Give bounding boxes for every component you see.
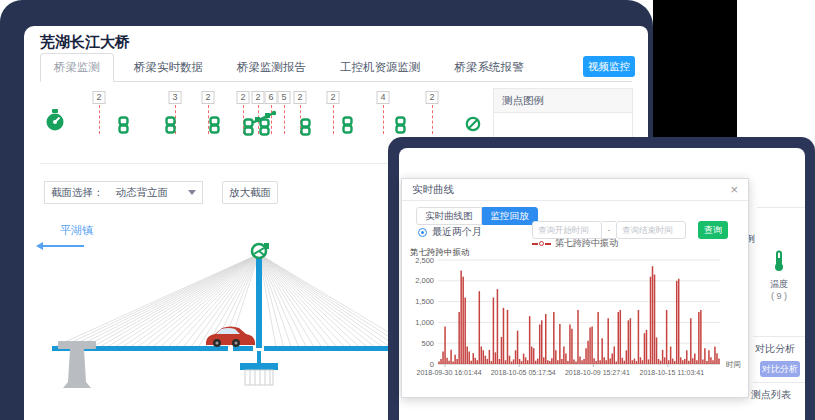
sidebar-divider: [757, 207, 805, 208]
zoom-section-button[interactable]: 放大截面: [222, 181, 278, 204]
svg-text:1,000: 1,000: [415, 318, 434, 327]
anemometer-top-icon[interactable]: [252, 243, 269, 258]
page: 芜湖长江大桥 桥梁监测桥梁实时数据桥梁监测报告工控机资源监测桥梁系统报警 视频监…: [0, 0, 815, 420]
sensor-count-badge: 2: [237, 91, 250, 104]
bridge-foundation: [245, 370, 273, 385]
svg-text:2,000: 2,000: [415, 276, 434, 285]
sidebar-divider: [753, 336, 805, 337]
section-select[interactable]: 动态背立面: [110, 186, 202, 200]
sensor-count-badge: 2: [426, 91, 439, 104]
sensor-dotted-line: [99, 105, 100, 134]
compare-button[interactable]: 对比分析: [760, 361, 800, 377]
svg-text:2018-10-05 05:17:54: 2018-10-05 05:17:54: [491, 369, 556, 376]
temperature-item[interactable]: 温度 ( 9 ): [753, 250, 805, 301]
legend-panel-title: 测点图例: [502, 94, 544, 108]
svg-text:2,500: 2,500: [415, 256, 434, 265]
radio-icon: [418, 228, 427, 237]
bridge-pier: [58, 341, 96, 388]
sidebar-divider: [753, 382, 805, 383]
link-icon[interactable]: [342, 116, 353, 138]
svg-text:1,500: 1,500: [415, 297, 434, 306]
close-icon[interactable]: ×: [730, 183, 738, 196]
caret-down-icon: [188, 190, 196, 195]
svg-text:2018-10-09 15:27:41: 2018-10-09 15:27:41: [565, 369, 630, 376]
link-icon[interactable]: [165, 116, 176, 138]
sensor-count-badge: 6: [265, 91, 278, 104]
ban-icon[interactable]: [465, 116, 481, 136]
dialog-tabs: 实时曲线图 监控回放: [416, 207, 538, 225]
link-icon[interactable]: [259, 118, 270, 140]
link-icon[interactable]: [395, 116, 406, 138]
svg-text:时间: 时间: [726, 360, 741, 369]
sensor-count-badge: 2: [252, 91, 265, 104]
dialog-title: 实时曲线: [412, 183, 454, 197]
sensor-count-badge: 2: [202, 91, 215, 104]
svg-text:0: 0: [430, 360, 434, 369]
legend-panel-header: 测点图例: [494, 89, 632, 113]
svg-text:2018-10-15 11:03:41: 2018-10-15 11:03:41: [640, 369, 705, 376]
car: [206, 327, 255, 348]
sensor-dotted-line: [383, 105, 384, 134]
realtime-curve-dialog: 实时曲线 × 实时曲线图 监控回放 最近两个月 - 查询 第七跨跨中振动 第七跨…: [401, 178, 749, 398]
temperature-label: 温度: [753, 278, 805, 291]
dialog-header: 实时曲线 ×: [402, 179, 748, 201]
link-icon[interactable]: [118, 116, 129, 138]
svg-text:2018-09-30 16:01:44: 2018-09-30 16:01:44: [417, 369, 482, 376]
sensor-count-badge: 4: [377, 91, 390, 104]
link-icon[interactable]: [209, 116, 220, 138]
sensor-dotted-line: [432, 105, 433, 134]
sensor-count-badge: 5: [278, 91, 291, 104]
section-select-group: 截面选择： 动态背立面: [44, 181, 203, 204]
sensor-count-badge: 2: [294, 91, 307, 104]
section-select-value: 动态背立面: [116, 186, 169, 200]
bridge-diagram[interactable]: [30, 238, 416, 420]
black-region: [653, 0, 737, 140]
bridge-side-label: 平湖镇: [60, 223, 93, 238]
sensor-dotted-line: [284, 105, 285, 134]
link-icon[interactable]: [300, 118, 311, 140]
points-list-title: 测点列表: [751, 388, 791, 402]
thermometer-icon: [772, 250, 786, 272]
bridge-tower: [256, 258, 262, 348]
svg-text:500: 500: [421, 339, 434, 348]
temperature-count: ( 9 ): [753, 291, 805, 301]
sensor-count-badge: 2: [93, 91, 106, 104]
sensor-dotted-line: [333, 105, 334, 134]
compare-section-title: 对比分析: [755, 342, 795, 356]
tab-monitor-playback[interactable]: 监控回放: [482, 207, 538, 225]
sensor-count-badge: 2: [327, 91, 340, 104]
vibration-chart[interactable]: 第七跨跨中振动05001,0001,5002,0002,5002018-09-3…: [404, 245, 748, 387]
gauge-icon[interactable]: [44, 108, 66, 136]
section-select-label: 截面选择：: [45, 186, 110, 200]
sensor-count-badge: 3: [169, 91, 182, 104]
tab-realtime-curve[interactable]: 实时曲线图: [416, 207, 482, 225]
